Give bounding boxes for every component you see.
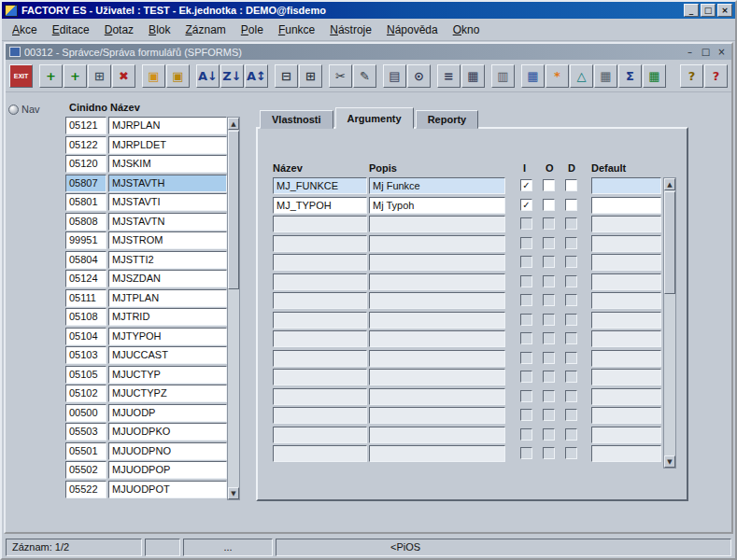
list-row[interactable]: 05522MJUODPOT xyxy=(65,481,227,500)
list-row[interactable]: 05103MJUCCAST xyxy=(65,346,227,366)
sort-custom-icon[interactable]: A↕ xyxy=(245,64,268,88)
list-cell-code[interactable]: 05124 xyxy=(65,270,106,287)
list-row[interactable]: 05808MJSTAVTN xyxy=(65,213,227,232)
list-cell-name[interactable]: MJUCTYPZ xyxy=(108,385,227,402)
checkbox-o[interactable] xyxy=(543,447,555,459)
argument-default-field[interactable] xyxy=(591,254,661,271)
delete-record-icon[interactable]: ✖ xyxy=(112,64,135,88)
list-cell-name[interactable]: MJSKIM xyxy=(108,155,227,173)
grid-scrollbar[interactable]: ▲ ▼ xyxy=(663,177,676,469)
list-scrollbar-thumb[interactable] xyxy=(228,131,239,289)
checkbox-i[interactable] xyxy=(520,332,532,344)
checkbox-o[interactable] xyxy=(543,390,555,402)
argument-default-field[interactable] xyxy=(591,197,661,214)
help-icon[interactable]: ? xyxy=(704,64,728,88)
list-row[interactable]: 05503MJUODPKO xyxy=(65,423,227,442)
mdi-close-button[interactable]: × xyxy=(716,47,728,57)
list-row[interactable]: 05111MJTPLAN xyxy=(65,289,227,309)
menu-item-akce[interactable]: Akce xyxy=(5,21,45,39)
list-scrollbar[interactable]: ▲ ▼ xyxy=(227,117,240,500)
list-cell-code[interactable]: 05801 xyxy=(65,193,106,211)
list-row[interactable]: 05102MJUCTYPZ xyxy=(65,385,227,404)
checkbox-d[interactable] xyxy=(565,217,577,230)
asterisk-icon[interactable]: * xyxy=(546,64,569,88)
list-cell-name[interactable]: MJTYPOH xyxy=(108,328,227,345)
checkbox-o[interactable] xyxy=(543,332,555,344)
argument-desc-field[interactable] xyxy=(369,235,505,252)
argument-default-field[interactable] xyxy=(591,445,661,462)
list-cell-code[interactable]: 05807 xyxy=(65,175,106,192)
checkbox-o[interactable] xyxy=(543,256,555,268)
mdi-minimize-button[interactable]: – xyxy=(684,47,696,57)
argument-desc-field[interactable]: Mj Typoh xyxy=(369,197,505,214)
list-cell-name[interactable]: MJSTAVTH xyxy=(108,175,227,192)
checkbox-i[interactable] xyxy=(520,447,532,459)
argument-desc-field[interactable] xyxy=(369,254,505,271)
find-doc-icon[interactable]: ▤ xyxy=(383,64,406,88)
scroll-up-icon[interactable]: ▲ xyxy=(228,118,239,130)
checkbox-d[interactable] xyxy=(565,199,577,211)
search-icon[interactable]: ⊙ xyxy=(407,64,431,88)
menu-item-editace[interactable]: Editace xyxy=(45,21,97,39)
checkbox-d[interactable] xyxy=(565,371,577,383)
exit-button[interactable]: EXIT xyxy=(9,64,33,88)
checkbox-i[interactable] xyxy=(520,371,532,383)
list-cell-code[interactable]: 05103 xyxy=(65,346,106,364)
argument-default-field[interactable] xyxy=(591,292,661,309)
close-button[interactable]: × xyxy=(717,4,732,17)
print-icon[interactable]: ⊟ xyxy=(275,64,298,88)
list-cell-name[interactable]: MJRPLDET xyxy=(108,136,227,154)
checkbox-d[interactable] xyxy=(565,332,577,344)
argument-default-field[interactable] xyxy=(591,388,661,405)
checkbox-i[interactable] xyxy=(520,428,532,441)
list-cell-code[interactable]: 05804 xyxy=(65,251,106,269)
checkbox-o[interactable] xyxy=(543,352,555,364)
menu-item-záznam[interactable]: Záznam xyxy=(177,21,233,39)
argument-desc-field[interactable] xyxy=(369,216,505,232)
argument-name-field[interactable] xyxy=(273,273,367,290)
checkbox-i[interactable] xyxy=(520,275,532,287)
cut-icon[interactable]: ✂ xyxy=(329,64,352,88)
checkbox-i[interactable] xyxy=(520,294,532,306)
checkbox-i[interactable] xyxy=(520,179,532,191)
checkbox-d[interactable] xyxy=(565,409,577,421)
edit-icon[interactable]: ✎ xyxy=(353,64,376,88)
argument-default-field[interactable] xyxy=(591,407,661,424)
checkbox-o[interactable] xyxy=(543,199,555,211)
list-cell-name[interactable]: MJSTAVTI xyxy=(108,193,227,211)
argument-desc-field[interactable] xyxy=(369,407,505,424)
list-cell-name[interactable]: MJSTTI2 xyxy=(108,251,227,269)
checkbox-i[interactable] xyxy=(520,217,532,230)
clipboard-icon[interactable]: ▥ xyxy=(491,64,515,88)
folder-open-icon[interactable]: ▣ xyxy=(142,64,165,88)
argument-name-field[interactable] xyxy=(273,312,367,329)
list-cell-name[interactable]: MJUODPOP xyxy=(108,461,227,479)
checkbox-d[interactable] xyxy=(565,428,577,441)
nav-control[interactable]: Nav xyxy=(8,104,40,115)
list-row[interactable]: 05807MJSTAVTH xyxy=(65,175,227,194)
argument-default-field[interactable] xyxy=(591,350,661,367)
list-row[interactable]: 05108MJTRID xyxy=(65,308,227,328)
calculator-icon[interactable]: ▦ xyxy=(594,64,617,88)
list-cell-name[interactable]: MJTPLAN xyxy=(108,289,227,307)
argument-desc-field[interactable] xyxy=(369,350,505,367)
argument-desc-field[interactable] xyxy=(369,445,505,462)
list-row[interactable]: 05801MJSTAVTI xyxy=(65,193,227,213)
list-row[interactable]: 05122MJRPLDET xyxy=(65,136,227,156)
checkbox-o[interactable] xyxy=(543,428,555,441)
argument-name-field[interactable] xyxy=(273,216,367,232)
menu-item-funkce[interactable]: Funkce xyxy=(271,21,322,39)
checkbox-d[interactable] xyxy=(565,275,577,287)
excel-icon[interactable]: ▦ xyxy=(643,64,666,88)
argument-name-field[interactable] xyxy=(273,254,367,271)
list-cell-code[interactable]: 05104 xyxy=(65,328,106,345)
scroll-down-icon[interactable]: ▼ xyxy=(228,487,239,499)
argument-desc-field[interactable] xyxy=(369,312,505,329)
argument-default-field[interactable] xyxy=(591,216,661,232)
list-row[interactable]: 05104MJTYPOH xyxy=(65,328,227,347)
argument-default-field[interactable] xyxy=(591,177,661,194)
argument-desc-field[interactable] xyxy=(369,273,505,290)
list-row[interactable]: 05120MJSKIM xyxy=(65,155,227,175)
checkbox-i[interactable] xyxy=(520,390,532,402)
scroll-up-icon[interactable]: ▲ xyxy=(664,178,675,190)
